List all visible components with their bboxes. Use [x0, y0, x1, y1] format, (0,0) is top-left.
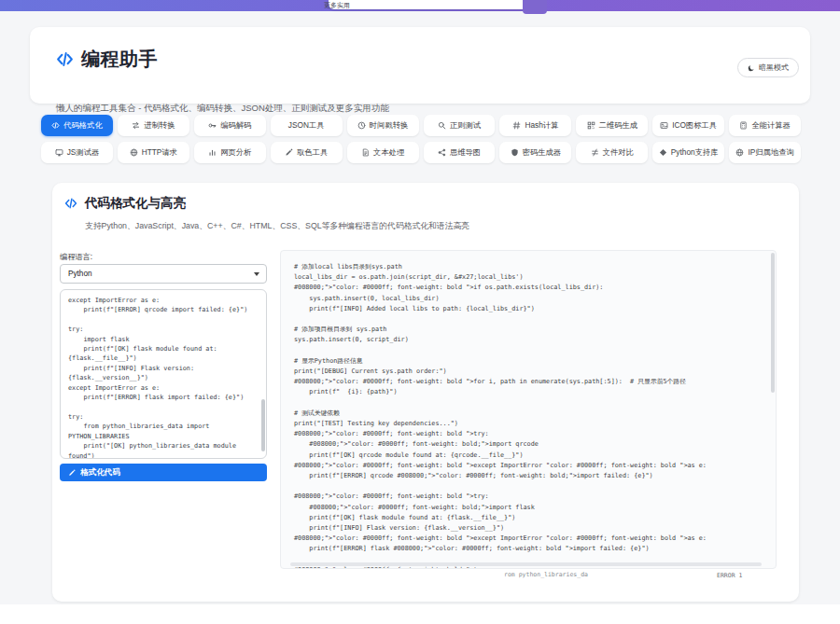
mindmap-icon [438, 148, 446, 157]
tab-file-diff[interactable]: 文件对比 [576, 142, 648, 163]
highlighted-code: # 添加local libs目录到sys.path local_libs_dir… [281, 251, 776, 569]
tab-label: 思维导图 [450, 147, 481, 158]
tab-regex-test[interactable]: 正则测试 [424, 115, 496, 136]
tab-label: 时间戳转换 [370, 120, 408, 131]
clock-icon [357, 121, 366, 130]
tab-text-process[interactable]: 文本处理 [347, 142, 419, 163]
swap-icon [132, 121, 140, 130]
browser-overlay-text: 更多实用 [324, 1, 350, 10]
tab-row-2: JS测试器 HTTP请求 网页分析 取色工具 文本处理 思维导图 密码生成器 文… [41, 142, 801, 163]
tab-label: 代码格式化 [63, 120, 102, 131]
tab-row-1: 代码格式化 进制转换 编码解码 JSON工具 时间戳转换 正则测试 Hash计算… [41, 115, 801, 136]
tab-ip-lookup[interactable]: IP归属地查询 [729, 142, 801, 163]
shield-icon [511, 148, 519, 157]
tool-title-row: 代码格式化与高亮 [64, 195, 186, 212]
tool-subtitle: 支持Python、JavaScript、Java、C++、C#、HTML、CSS… [85, 221, 469, 232]
tab-label: IP归属地查询 [748, 147, 793, 158]
app-subtitle: 懒人的编程工具集合 - 代码格式化、编码转换、JSON处理、正则测试及更多实用功… [56, 103, 389, 115]
tab-label: 取色工具 [297, 147, 328, 158]
pencil-icon [68, 469, 76, 477]
calculator-icon [739, 121, 748, 130]
tab-encode-decode[interactable]: 编码解码 [194, 115, 266, 136]
language-label: 编程语言: [60, 252, 92, 262]
tab-label: 文本处理 [373, 147, 404, 158]
tab-password-gen[interactable]: 密码生成器 [499, 142, 571, 163]
output-vertical-scrollbar[interactable] [771, 253, 775, 393]
tab-label: JSON工具 [288, 120, 325, 131]
tab-label: 密码生成器 [523, 147, 561, 158]
output-horizontal-scrollbar[interactable] [290, 562, 762, 566]
tab-json-tool[interactable]: JSON工具 [271, 115, 343, 136]
eyedropper-icon [285, 148, 293, 157]
language-selected-value: Python [68, 270, 92, 278]
tab-label: HTTP请求 [142, 147, 177, 158]
tab-timestamp[interactable]: 时间戳转换 [347, 115, 419, 136]
tab-label: 网页分析 [220, 147, 251, 158]
document-icon [361, 148, 370, 157]
tab-label: 全能计算器 [751, 120, 790, 131]
moon-icon [748, 64, 755, 72]
tab-label: 进制转换 [144, 120, 175, 131]
tab-http-request[interactable]: HTTP请求 [118, 142, 189, 163]
tab-label: JS测试器 [67, 147, 100, 158]
tab-label: 二维码生成 [599, 120, 637, 131]
status-artifact: ERROR 1 [717, 572, 742, 579]
code-icon [64, 197, 77, 210]
tab-python-libs[interactable]: Python支持库 [652, 142, 724, 163]
language-select[interactable]: Python [60, 264, 267, 284]
tab-label: 正则测试 [450, 120, 481, 131]
tab-qrcode-gen[interactable]: 二维码生成 [576, 115, 648, 136]
hash-icon [512, 121, 521, 130]
page: 更多实用 编程助手 懒人的编程工具集合 - 代码格式化、编码转换、JSON处理、… [0, 0, 840, 624]
chart-icon [208, 148, 217, 157]
app-title: 编程助手 [81, 47, 158, 72]
textarea-scrollbar[interactable] [261, 399, 265, 451]
tab-ico-tool[interactable]: ICO图标工具 [652, 115, 724, 136]
code-icon [51, 121, 60, 130]
code-input-wrap: except ImportError as e: print(f"[ERROR]… [60, 289, 267, 459]
code-output-panel: # 添加local libs目录到sys.path local_libs_dir… [280, 250, 777, 569]
image-icon [660, 121, 668, 130]
format-code-button[interactable]: 格式化代码 [60, 464, 267, 481]
browser-overlay-nub [523, 0, 547, 14]
code-format-panel: 代码格式化与高亮 支持Python、JavaScript、Java、C++、C#… [52, 183, 799, 602]
code-icon [56, 50, 74, 68]
tab-js-tester[interactable]: JS测试器 [41, 142, 113, 163]
footer-area [0, 604, 840, 624]
tab-mindmap[interactable]: 思维导图 [424, 142, 496, 163]
tab-color-picker[interactable]: 取色工具 [271, 142, 343, 163]
tab-web-analysis[interactable]: 网页分析 [194, 142, 266, 163]
app-brand: 编程助手 [56, 47, 158, 72]
tab-hash-calc[interactable]: Hash计算 [499, 115, 571, 136]
dark-mode-button[interactable]: 暗黑模式 [737, 58, 799, 77]
browser-overlay-pill [329, 0, 528, 9]
app-header-card: 编程助手 懒人的编程工具集合 - 代码格式化、编码转换、JSON处理、正则测试及… [30, 27, 810, 104]
monitor-icon [55, 148, 63, 157]
tab-label: ICO图标工具 [672, 120, 717, 131]
code-input[interactable]: except ImportError as e: print(f"[ERROR]… [60, 289, 267, 459]
chevron-down-icon [254, 272, 259, 276]
globe-icon [130, 148, 138, 157]
qrcode-icon [587, 121, 595, 130]
tab-label: Hash计算 [525, 120, 558, 131]
dark-mode-label: 暗黑模式 [759, 62, 789, 73]
overflow-code-artifact: rom python_libraries_da [504, 571, 588, 578]
tab-calculator[interactable]: 全能计算器 [729, 115, 801, 136]
globe-icon [735, 148, 744, 157]
tab-label: 文件对比 [603, 147, 634, 158]
tab-base-convert[interactable]: 进制转换 [118, 115, 189, 136]
tab-code-format[interactable]: 代码格式化 [41, 115, 113, 136]
tool-title: 代码格式化与高亮 [85, 195, 186, 212]
format-code-label: 格式化代码 [80, 467, 120, 478]
top-gradient-bar: 更多实用 [0, 0, 840, 11]
key-icon [208, 121, 217, 130]
tab-label: 编码解码 [220, 120, 251, 131]
search-icon [438, 121, 446, 130]
compare-icon [591, 148, 599, 157]
tab-label: Python支持库 [671, 147, 719, 158]
python-icon [659, 148, 667, 157]
